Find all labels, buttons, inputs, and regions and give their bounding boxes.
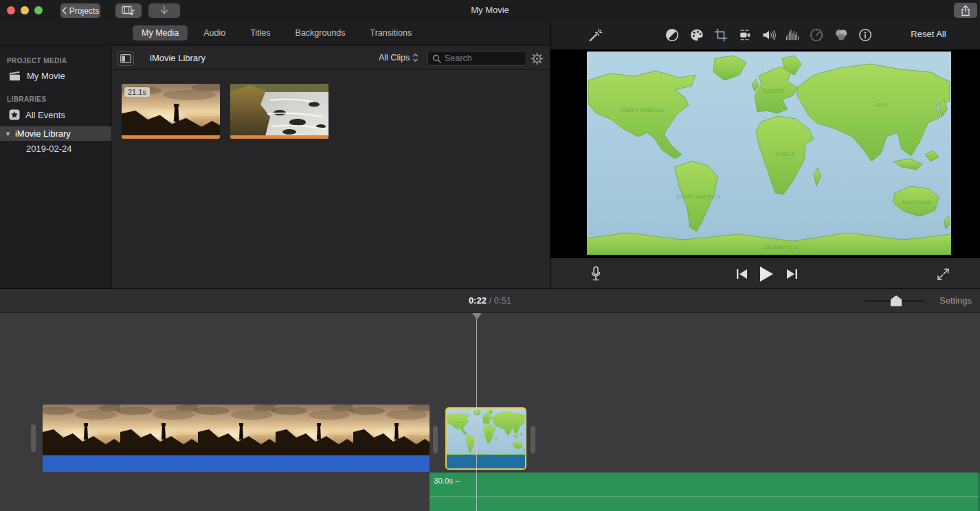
expand-arrows-icon [936, 267, 950, 282]
color-correction-button[interactable] [689, 27, 704, 43]
sidebar-item-label: iMovie Library [15, 128, 71, 139]
sidebar-item-all-events[interactable]: All Events [9, 109, 65, 120]
browser-title: iMovie Library [150, 53, 205, 63]
music-clip-duration-label: 30.0s – [434, 477, 460, 485]
timeline-toolbar: 0:22 / 0:51 Settings [0, 288, 980, 313]
world-map-preview[interactable] [587, 52, 951, 255]
clip-thumbnail-coast[interactable] [230, 84, 328, 139]
play-button[interactable] [757, 265, 775, 283]
tab-audio[interactable]: Audio [194, 25, 234, 41]
updown-chevrons-icon [412, 53, 419, 63]
total-time: 0:51 [494, 295, 511, 306]
crop-button[interactable] [713, 27, 728, 43]
media-tabs-bar: My Media Audio Titles Backgrounds Transi… [0, 21, 550, 45]
tab-backgrounds[interactable]: Backgrounds [287, 25, 355, 41]
event-date-label: 2019-02-24 [26, 144, 72, 154]
skip-forward-icon [786, 269, 798, 280]
sidebar-item-label: My Movie [27, 71, 65, 81]
media-browser: iMovie Library All Clips [112, 46, 550, 288]
window-title: My Movie [0, 5, 980, 15]
tab-my-media[interactable]: My Media [133, 25, 188, 41]
map-clip-ocean-band [447, 455, 525, 468]
current-time: 0:22 [469, 295, 487, 306]
clapperboard-icon [9, 71, 21, 81]
titlebar: Projects My Movie [0, 0, 980, 21]
clip-filter-button[interactable] [834, 27, 849, 43]
play-icon [759, 266, 774, 282]
color-balance-button[interactable] [665, 27, 680, 43]
trim-handle-middle[interactable] [433, 426, 438, 453]
preview-stage [550, 49, 980, 258]
search-input[interactable] [445, 52, 524, 65]
share-button[interactable] [954, 3, 977, 18]
imovie-window: Projects My Movie My Media [0, 0, 980, 511]
gear-icon [531, 52, 544, 65]
adjustments-toolbar: Reset All [550, 21, 980, 49]
browser-settings-button[interactable] [528, 51, 545, 66]
sidebar-item-label: All Events [25, 110, 65, 120]
playhead-line[interactable] [476, 313, 477, 511]
crop-icon [713, 27, 728, 43]
playback-controls [550, 258, 980, 288]
timeline-settings-button[interactable]: Settings [939, 295, 972, 306]
browser-header: iMovie Library All Clips [112, 46, 550, 70]
time-display: 0:22 / 0:51 [0, 295, 980, 306]
playhead-handle[interactable] [472, 313, 482, 319]
previous-button[interactable] [733, 265, 750, 283]
filter-value: All Clips [379, 53, 410, 63]
noise-reduction-button[interactable] [785, 27, 800, 43]
music-clip-divider [430, 497, 978, 497]
tab-titles[interactable]: Titles [241, 25, 279, 41]
color-circles-icon [834, 27, 849, 43]
stabilization-button[interactable] [737, 27, 753, 43]
filmstrip-frames [43, 405, 430, 455]
enhance-button[interactable] [588, 27, 603, 43]
timeline-clip-map-selected[interactable] [445, 407, 526, 470]
next-button[interactable] [783, 265, 801, 283]
duration-badge: 21.1s [124, 87, 150, 97]
share-icon [961, 5, 970, 16]
sidebar-item-event-date[interactable]: 2019-02-24 [26, 144, 72, 154]
sidebar-item-my-movie[interactable]: My Movie [9, 71, 65, 81]
media-pane: My Media Audio Titles Backgrounds Transi… [0, 21, 550, 288]
search-box [427, 51, 526, 66]
microphone-icon [590, 266, 601, 282]
speaker-icon [761, 27, 777, 43]
clip-thumbnail-lighthouse[interactable]: 21.1s [122, 84, 220, 139]
timeline-clip-lighthouse[interactable] [43, 405, 430, 472]
skip-back-icon [736, 269, 748, 280]
magic-wand-icon [588, 27, 603, 43]
all-clips-dropdown[interactable]: All Clips [379, 53, 419, 63]
timeline[interactable]: 30.0s – [0, 313, 980, 511]
coast-image [230, 84, 328, 139]
reset-all-button[interactable]: Reset All [898, 29, 959, 39]
speedometer-icon [809, 27, 824, 43]
timeline-zoom-slider[interactable] [865, 300, 925, 302]
speed-button[interactable] [809, 27, 824, 43]
trim-handle-right[interactable] [531, 426, 535, 453]
timeline-clip-background-music[interactable]: 30.0s – [430, 473, 980, 511]
clip-info-button[interactable] [858, 27, 873, 43]
voiceover-button[interactable] [587, 265, 605, 283]
disclosure-triangle-icon[interactable]: ▼ [5, 130, 11, 137]
video-camera-icon [737, 27, 753, 43]
usage-stripe [230, 135, 328, 139]
info-icon [858, 27, 873, 43]
sidebar-item-imovie-library[interactable]: ▼ iMovie Library [0, 126, 111, 141]
audio-waveform-bar [43, 455, 430, 472]
star-box-icon [9, 109, 20, 120]
sidebar-toggle-button[interactable] [118, 51, 134, 66]
contrast-circle-icon [665, 27, 680, 43]
viewer-pane: Reset All [550, 21, 980, 288]
search-icon [432, 54, 441, 63]
project-media-header: PROJECT MEDIA [7, 57, 67, 65]
volume-button[interactable] [761, 27, 777, 43]
usage-stripe [122, 135, 220, 139]
time-separator: / [489, 295, 492, 306]
libraries-header: LIBRARIES [7, 95, 47, 103]
palette-icon [689, 27, 704, 43]
tab-transitions[interactable]: Transitions [361, 25, 421, 41]
sidebar-toggle-icon [120, 54, 131, 63]
trim-handle-left[interactable] [31, 424, 36, 452]
fullscreen-button[interactable] [934, 265, 952, 283]
